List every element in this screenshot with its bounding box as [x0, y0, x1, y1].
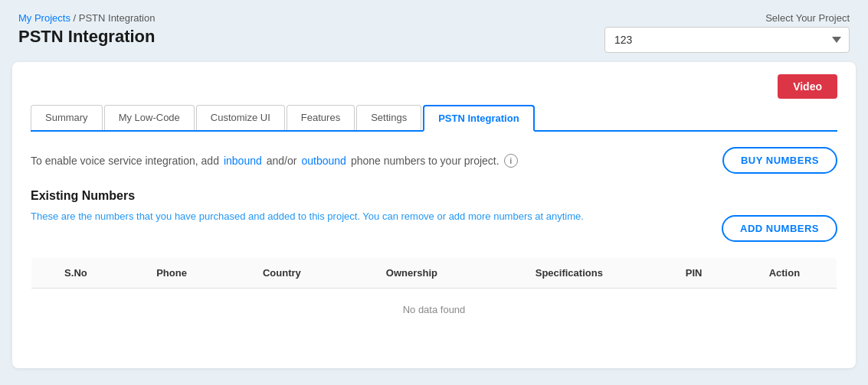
col-phone: Phone: [120, 258, 223, 289]
voice-info-inbound-link[interactable]: inbound: [224, 155, 262, 167]
breadcrumb-link[interactable]: My Projects: [18, 12, 70, 24]
breadcrumb-current: PSTN Integration: [79, 12, 156, 24]
project-selector: Select Your Project 123: [604, 12, 850, 53]
col-country: Country: [223, 258, 340, 289]
table-header-row: S.No Phone Country Ownership Specificati…: [31, 258, 837, 289]
numbers-table: S.No Phone Country Ownership Specificati…: [31, 257, 837, 331]
page-title: PSTN Integration: [18, 27, 155, 47]
video-btn-row: Video: [31, 74, 837, 99]
breadcrumb: My Projects / PSTN Integration: [18, 12, 155, 24]
tab-my-low-code[interactable]: My Low-Code: [104, 105, 195, 130]
col-sno: S.No: [31, 258, 120, 289]
voice-info-prefix: To enable voice service integration, add: [31, 155, 219, 167]
existing-numbers-title: Existing Numbers: [31, 189, 837, 203]
tab-summary[interactable]: Summary: [31, 105, 103, 130]
col-pin: PIN: [655, 258, 732, 289]
existing-numbers-desc: These are the numbers that you have purc…: [31, 209, 584, 224]
project-selector-label: Select Your Project: [765, 12, 850, 24]
voice-info-mid1: and/or: [267, 155, 297, 167]
buy-numbers-button[interactable]: BUY NUMBERS: [722, 147, 837, 174]
info-icon[interactable]: i: [504, 154, 518, 168]
tab-settings[interactable]: Settings: [356, 105, 421, 130]
tab-features[interactable]: Features: [287, 105, 355, 130]
table-row-no-data: No data found: [31, 289, 837, 331]
col-action: Action: [732, 258, 837, 289]
tab-pstn-integration[interactable]: PSTN Integration: [423, 105, 534, 132]
existing-numbers-section: These are the numbers that you have purc…: [31, 209, 837, 242]
video-button[interactable]: Video: [778, 74, 837, 99]
tabs-bar: Summary My Low-Code Customize UI Feature…: [31, 105, 837, 132]
add-numbers-button[interactable]: ADD NUMBERS: [722, 215, 837, 242]
breadcrumb-separator: /: [70, 12, 79, 24]
no-data-cell: No data found: [31, 289, 837, 331]
voice-info-mid2: phone numbers to your project.: [351, 155, 500, 167]
voice-info-text: To enable voice service integration, add…: [31, 154, 518, 168]
project-select[interactable]: 123: [604, 27, 850, 53]
col-specifications: Specifications: [483, 258, 655, 289]
content-card: Video Summary My Low-Code Customize UI F…: [12, 62, 856, 368]
col-ownership: Ownership: [341, 258, 483, 289]
voice-info-row: To enable voice service integration, add…: [31, 147, 837, 174]
voice-info-outbound-link[interactable]: outbound: [301, 155, 346, 167]
tab-customize-ui[interactable]: Customize UI: [196, 105, 285, 130]
